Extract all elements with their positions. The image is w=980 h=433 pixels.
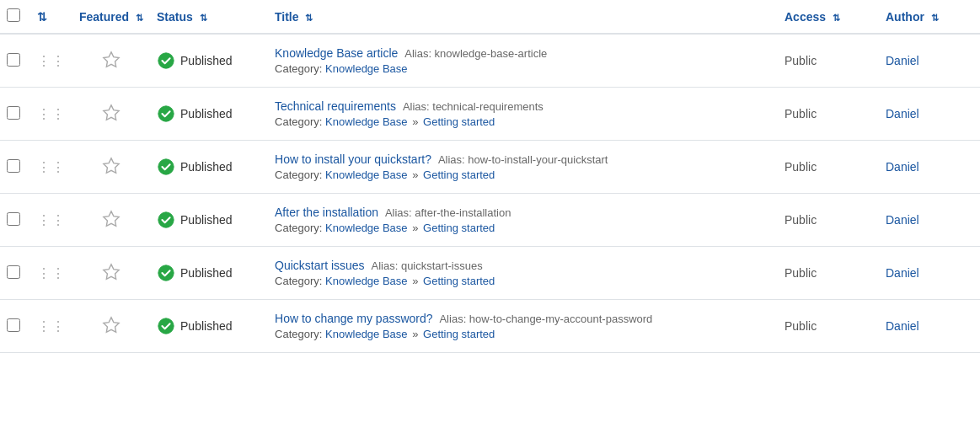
status-published[interactable]: Published bbox=[157, 158, 261, 176]
svg-point-7 bbox=[158, 212, 174, 227]
category-separator: » bbox=[412, 275, 421, 287]
access-value: Public bbox=[785, 266, 817, 280]
author-sort-icon: ⇅ bbox=[931, 13, 939, 24]
featured-header[interactable]: Featured ⇅ bbox=[72, 0, 150, 34]
drag-handle[interactable]: ⋮⋮ bbox=[37, 266, 66, 281]
status-published[interactable]: Published bbox=[157, 317, 261, 335]
category-line: Category: Knowledge Base » Getting start… bbox=[275, 168, 771, 181]
category2-link[interactable]: Getting started bbox=[423, 168, 495, 181]
title-cell: How to install your quickstart? Alias: h… bbox=[275, 152, 771, 181]
status-published[interactable]: Published bbox=[157, 264, 261, 282]
drag-handle[interactable]: ⋮⋮ bbox=[37, 107, 66, 121]
select-all-header[interactable] bbox=[0, 0, 30, 34]
category-prefix: Category: bbox=[275, 168, 325, 181]
category1-link[interactable]: Knowledge Base bbox=[325, 62, 408, 75]
title-cell: Knowledge Base article Alias: knowledge-… bbox=[275, 46, 771, 75]
featured-star-icon[interactable] bbox=[102, 316, 120, 334]
access-value: Public bbox=[785, 54, 817, 67]
table-row: ⋮⋮ Published Technical requirements Alia… bbox=[0, 88, 980, 141]
author-link[interactable]: Daniel bbox=[886, 160, 919, 174]
article-title-link[interactable]: Knowledge Base article bbox=[275, 46, 398, 60]
article-title-link[interactable]: After the installation bbox=[275, 206, 378, 219]
category1-link[interactable]: Knowledge Base bbox=[325, 168, 408, 181]
title-sort-icon: ⇅ bbox=[305, 13, 313, 24]
sort-order-icon[interactable]: ⇅ bbox=[37, 10, 47, 24]
title-header[interactable]: Title ⇅ bbox=[268, 0, 778, 34]
row-checkbox[interactable] bbox=[7, 212, 20, 226]
article-title-link[interactable]: Technical requirements bbox=[275, 99, 396, 113]
table-row: ⋮⋮ Published Quickstart issues Alias: qu… bbox=[0, 247, 980, 300]
svg-point-11 bbox=[158, 318, 174, 334]
featured-star-icon[interactable] bbox=[102, 51, 120, 69]
category-separator: » bbox=[412, 328, 421, 340]
featured-star-icon[interactable] bbox=[102, 157, 120, 175]
category1-link[interactable]: Knowledge Base bbox=[325, 222, 408, 234]
select-all-checkbox[interactable] bbox=[7, 8, 20, 22]
published-check-icon bbox=[157, 211, 175, 229]
articles-table-container: ⇅ Featured ⇅ Status ⇅ Title ⇅ Access ⇅ bbox=[0, 0, 980, 353]
svg-marker-6 bbox=[104, 211, 119, 225]
status-label: Status bbox=[157, 10, 193, 24]
category-line: Category: Knowledge Base » Getting start… bbox=[275, 275, 771, 287]
table-row: ⋮⋮ Published How to change my password? … bbox=[0, 300, 980, 353]
status-sort-icon: ⇅ bbox=[200, 13, 207, 24]
category2-link[interactable]: Getting started bbox=[423, 222, 495, 234]
status-published[interactable]: Published bbox=[157, 104, 261, 123]
access-value: Public bbox=[785, 107, 817, 120]
category2-link[interactable]: Getting started bbox=[423, 275, 495, 287]
alias-text: Alias: knowledge-base-article bbox=[404, 47, 547, 60]
row-checkbox[interactable] bbox=[7, 159, 20, 173]
status-text: Published bbox=[180, 319, 233, 333]
article-title-link[interactable]: How to install your quickstart? bbox=[275, 152, 431, 166]
author-link[interactable]: Daniel bbox=[886, 107, 919, 120]
published-check-icon bbox=[157, 104, 175, 123]
status-text: Published bbox=[180, 107, 233, 120]
featured-star-icon[interactable] bbox=[102, 104, 120, 122]
author-link[interactable]: Daniel bbox=[886, 213, 919, 227]
article-title-link[interactable]: Quickstart issues bbox=[275, 259, 365, 272]
category2-link[interactable]: Getting started bbox=[423, 115, 495, 128]
category-separator: » bbox=[412, 168, 421, 181]
published-check-icon bbox=[157, 51, 175, 70]
alias-text: Alias: how-to-change-my-account-password bbox=[439, 313, 652, 325]
author-link[interactable]: Daniel bbox=[886, 319, 919, 333]
category1-link[interactable]: Knowledge Base bbox=[325, 115, 408, 128]
row-checkbox[interactable] bbox=[7, 106, 20, 120]
row-checkbox[interactable] bbox=[7, 265, 20, 279]
articles-table: ⇅ Featured ⇅ Status ⇅ Title ⇅ Access ⇅ bbox=[0, 0, 980, 353]
status-published[interactable]: Published bbox=[157, 211, 261, 229]
author-header[interactable]: Author ⇅ bbox=[879, 0, 980, 34]
status-published[interactable]: Published bbox=[157, 51, 261, 70]
access-value: Public bbox=[785, 160, 817, 174]
table-body: ⋮⋮ Published Knowledge Base article Alia… bbox=[0, 34, 980, 353]
drag-handle[interactable]: ⋮⋮ bbox=[37, 54, 66, 68]
featured-star-icon[interactable] bbox=[102, 263, 120, 281]
featured-star-icon[interactable] bbox=[102, 210, 120, 228]
author-label: Author bbox=[886, 10, 924, 24]
status-header[interactable]: Status ⇅ bbox=[150, 0, 268, 34]
category-prefix: Category: bbox=[275, 62, 325, 75]
row-checkbox[interactable] bbox=[7, 53, 20, 67]
category-prefix: Category: bbox=[275, 328, 325, 340]
access-value: Public bbox=[785, 319, 817, 333]
article-title-link[interactable]: How to change my password? bbox=[275, 312, 433, 325]
access-sort-icon: ⇅ bbox=[833, 13, 840, 24]
category2-link[interactable]: Getting started bbox=[423, 328, 495, 340]
drag-handle[interactable]: ⋮⋮ bbox=[37, 160, 66, 174]
author-link[interactable]: Daniel bbox=[886, 54, 919, 67]
access-header[interactable]: Access ⇅ bbox=[778, 0, 879, 34]
row-checkbox[interactable] bbox=[7, 318, 20, 332]
category-line: Category: Knowledge Base » Getting start… bbox=[275, 328, 771, 340]
title-cell: Quickstart issues Alias: quickstart-issu… bbox=[275, 259, 771, 287]
drag-handle[interactable]: ⋮⋮ bbox=[37, 213, 66, 227]
drag-handle[interactable]: ⋮⋮ bbox=[37, 319, 66, 334]
category-prefix: Category: bbox=[275, 275, 325, 287]
category1-link[interactable]: Knowledge Base bbox=[325, 328, 408, 340]
author-link[interactable]: Daniel bbox=[886, 266, 919, 280]
category1-link[interactable]: Knowledge Base bbox=[325, 275, 408, 287]
alias-text: Alias: technical-requirements bbox=[403, 100, 544, 113]
alias-text: Alias: how-to-install-your-quickstart bbox=[438, 153, 608, 166]
table-header-row: ⇅ Featured ⇅ Status ⇅ Title ⇅ Access ⇅ bbox=[0, 0, 980, 34]
access-value: Public bbox=[785, 213, 817, 227]
drag-header: ⇅ bbox=[30, 0, 72, 34]
